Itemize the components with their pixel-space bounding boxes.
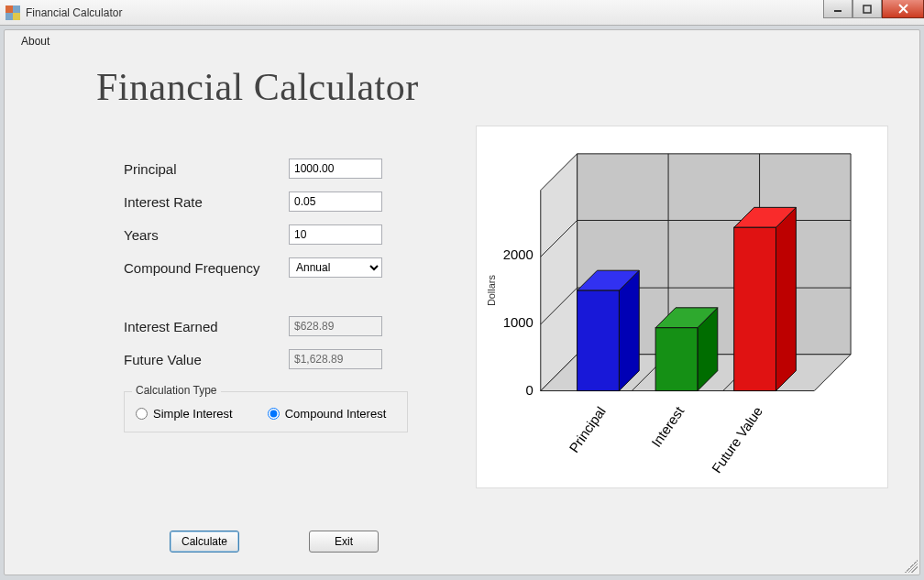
bar-chart: Dollars — [477, 126, 887, 487]
content-frame: About Financial Calculator Principal Int… — [4, 29, 920, 575]
titlebar: Financial Calculator — [0, 0, 924, 26]
principal-input[interactable] — [289, 159, 382, 179]
window-controls — [823, 0, 924, 25]
calculation-type-legend: Calculation Type — [132, 384, 221, 397]
button-row: Calculate Exit — [170, 531, 379, 553]
rate-label: Interest Rate — [124, 194, 289, 210]
compfreq-label: Compound Frequency — [124, 260, 289, 276]
svg-rect-17 — [578, 290, 620, 390]
menu-about[interactable]: About — [14, 32, 57, 50]
rate-input[interactable] — [289, 192, 382, 212]
resize-grip-icon[interactable] — [905, 560, 918, 573]
maximize-icon — [863, 5, 872, 14]
chart-ylabel: Dollars — [486, 275, 497, 307]
svg-rect-23 — [734, 227, 776, 390]
minimize-button[interactable] — [823, 0, 852, 18]
principal-label: Principal — [124, 161, 289, 177]
svg-marker-5 — [541, 154, 578, 391]
ytick-1: 1000 — [503, 314, 534, 330]
compound-interest-radio[interactable] — [268, 408, 280, 420]
minimize-icon — [833, 5, 842, 14]
interest-earned-output — [289, 316, 382, 336]
form-area: Principal Interest Rate Years Compound F… — [124, 159, 426, 432]
xcat-0: Principal — [566, 403, 609, 455]
simple-interest-radio[interactable] — [136, 408, 148, 420]
menubar: About — [5, 30, 919, 52]
close-button[interactable] — [882, 0, 924, 18]
maximize-button[interactable] — [852, 0, 882, 18]
calculate-button[interactable]: Calculate — [170, 531, 239, 553]
future-value-output — [289, 349, 382, 369]
compound-interest-option[interactable]: Compound Interest — [268, 407, 387, 421]
app-icon — [6, 5, 20, 20]
interest-earned-label: Interest Earned — [124, 319, 289, 334]
ytick-2: 2000 — [503, 246, 534, 262]
chart-panel: Dollars — [476, 126, 888, 488]
future-value-label: Future Value — [124, 352, 289, 367]
xcat-2: Future Value — [709, 403, 765, 476]
svg-marker-15 — [619, 270, 639, 390]
simple-interest-label: Simple Interest — [153, 407, 233, 421]
ytick-0: 0 — [526, 382, 534, 398]
years-label: Years — [124, 227, 289, 243]
compound-interest-label: Compound Interest — [285, 407, 387, 421]
years-input[interactable] — [289, 224, 382, 245]
simple-interest-option[interactable]: Simple Interest — [136, 407, 233, 421]
window-title: Financial Calculator — [26, 6, 122, 19]
compfreq-select[interactable]: Annual — [289, 257, 382, 278]
svg-rect-20 — [655, 328, 698, 391]
svg-marker-21 — [776, 207, 796, 390]
calculation-type-group: Calculation Type Simple Interest Compoun… — [124, 391, 408, 432]
svg-rect-1 — [864, 5, 871, 13]
close-icon — [898, 4, 908, 14]
page-title: Financial Calculator — [96, 65, 919, 109]
exit-button[interactable]: Exit — [309, 531, 379, 553]
xcat-1: Interest — [648, 403, 688, 450]
